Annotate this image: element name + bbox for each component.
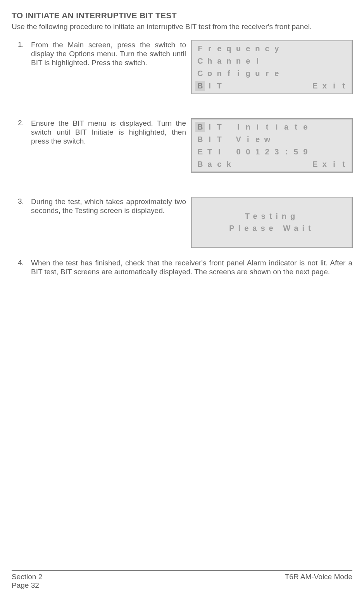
lcd-cell: I bbox=[205, 134, 215, 144]
lcd-cell: o bbox=[205, 68, 215, 78]
lcd-cell bbox=[301, 56, 311, 66]
lcd-cell: x bbox=[320, 159, 329, 169]
page-footer: Section 2 Page 32 T6R AM-Voice Mode bbox=[12, 570, 352, 590]
lcd-cell: a bbox=[205, 159, 215, 169]
lcd-cell: 0 bbox=[234, 147, 243, 157]
lcd-cell: B bbox=[195, 159, 205, 169]
lcd-cell: C bbox=[195, 68, 205, 78]
lcd-cell bbox=[243, 159, 253, 169]
lcd-cell: 9 bbox=[301, 147, 311, 157]
procedure-steps: 1. From the Main screen, press the switc… bbox=[12, 40, 352, 276]
lcd-cell: n bbox=[234, 56, 243, 66]
lcd-cell bbox=[320, 134, 329, 144]
step-text: Ensure the BIT menu is displayed. Turn t… bbox=[31, 119, 186, 146]
step-1: 1. From the Main screen, press the switc… bbox=[12, 40, 352, 94]
step-text: When the test has finished, check that t… bbox=[31, 258, 352, 276]
lcd-cell: i bbox=[253, 122, 262, 132]
footer-section: Section 2 bbox=[12, 573, 42, 581]
lcd-cell: t bbox=[291, 122, 301, 132]
lcd-cell: g bbox=[243, 68, 253, 78]
lcd-cell: i bbox=[272, 122, 282, 132]
lcd-cell bbox=[320, 43, 329, 54]
lcd-cell: 1 bbox=[253, 147, 262, 157]
lcd-cell: n bbox=[214, 68, 224, 78]
lcd-cell: r bbox=[262, 68, 272, 78]
lcd-cell bbox=[272, 81, 282, 91]
step-4: 4. When the test has finished, check tha… bbox=[12, 258, 352, 276]
lcd-cell bbox=[301, 134, 311, 144]
lcd-cell bbox=[281, 68, 291, 78]
lcd-cell bbox=[310, 134, 320, 144]
intro-text: Use the following procedure to initiate … bbox=[12, 23, 352, 31]
lcd-cell: B bbox=[195, 134, 205, 144]
lcd-cell: n bbox=[224, 56, 234, 66]
lcd-cell: E bbox=[195, 147, 205, 157]
lcd-cell: e bbox=[272, 68, 282, 78]
lcd-cell bbox=[339, 134, 348, 144]
step-number: 4. bbox=[12, 258, 31, 267]
lcd-cell bbox=[329, 122, 339, 132]
lcd-cell bbox=[310, 56, 320, 66]
lcd-cell bbox=[301, 81, 311, 91]
lcd-cell: x bbox=[320, 81, 329, 91]
step-number: 2. bbox=[12, 119, 31, 127]
please-wait-label: Please Wait bbox=[229, 224, 314, 233]
lcd-cell: k bbox=[224, 159, 234, 169]
lcd-cell: n bbox=[253, 43, 262, 54]
lcd-cell: y bbox=[272, 43, 282, 54]
lcd-cell bbox=[224, 81, 234, 91]
lcd-cell: F bbox=[195, 43, 205, 54]
lcd-cell bbox=[234, 159, 243, 169]
step-2: 2. Ensure the BIT menu is displayed. Tur… bbox=[12, 119, 352, 172]
step-text: During the test, which takes approximate… bbox=[31, 197, 186, 215]
lcd-cell: n bbox=[243, 122, 253, 132]
lcd-cell bbox=[320, 147, 329, 157]
lcd-cell bbox=[281, 43, 291, 54]
lcd-cell bbox=[310, 122, 320, 132]
lcd-cell: T bbox=[205, 147, 215, 157]
lcd-cell: t bbox=[339, 159, 348, 169]
lcd-cell bbox=[281, 81, 291, 91]
lcd-cell: e bbox=[243, 56, 253, 66]
lcd-cell: c bbox=[214, 159, 224, 169]
lcd-cell bbox=[339, 68, 348, 78]
lcd-cell bbox=[310, 43, 320, 54]
lcd-cell: T bbox=[214, 122, 224, 132]
lcd-cell bbox=[272, 56, 282, 66]
lcd-cell bbox=[291, 81, 301, 91]
lcd-cell bbox=[281, 134, 291, 144]
lcd-cell bbox=[301, 159, 311, 169]
lcd-cell: a bbox=[281, 122, 291, 132]
lcd-cell bbox=[224, 122, 234, 132]
lcd-cell bbox=[272, 134, 282, 144]
lcd-cell: 5 bbox=[291, 147, 301, 157]
lcd-cell bbox=[224, 147, 234, 157]
lcd-cell bbox=[329, 43, 339, 54]
lcd-screen-options-menu: FrequencyChannelConfigureBITExit bbox=[191, 40, 352, 94]
lcd-cell bbox=[329, 134, 339, 144]
lcd-cell bbox=[291, 159, 301, 169]
lcd-cell: E bbox=[310, 159, 320, 169]
lcd-cell: c bbox=[262, 43, 272, 54]
lcd-cell bbox=[281, 56, 291, 66]
lcd-cell bbox=[301, 43, 311, 54]
step-3: 3. During the test, which takes approxim… bbox=[12, 197, 352, 248]
footer-right: T6R AM-Voice Mode bbox=[285, 573, 352, 590]
lcd-cell: I bbox=[205, 81, 215, 91]
step-number: 3. bbox=[12, 197, 31, 206]
lcd-cell: T bbox=[214, 81, 224, 91]
lcd-cell bbox=[329, 56, 339, 66]
lcd-cell: a bbox=[214, 56, 224, 66]
lcd-cell: e bbox=[253, 134, 262, 144]
step-text: From the Main screen, press the switch t… bbox=[31, 40, 186, 68]
lcd-cell bbox=[310, 68, 320, 78]
lcd-cell: T bbox=[214, 134, 224, 144]
lcd-cell bbox=[339, 43, 348, 54]
lcd-cell bbox=[329, 147, 339, 157]
lcd-cell bbox=[253, 81, 262, 91]
lcd-cell: e bbox=[214, 43, 224, 54]
lcd-cell: f bbox=[224, 68, 234, 78]
lcd-cell: 2 bbox=[262, 147, 272, 157]
lcd-cell bbox=[262, 56, 272, 66]
lcd-cell: B bbox=[195, 81, 205, 91]
